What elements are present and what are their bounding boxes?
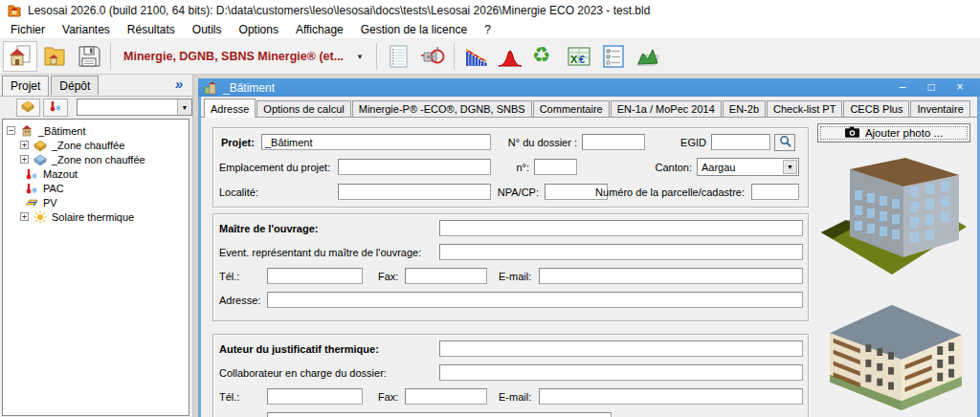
new-project-icon: [8, 44, 33, 69]
expand-box[interactable]: +: [20, 155, 29, 164]
app-icon: [7, 3, 22, 18]
open-project-button[interactable]: [37, 41, 72, 72]
building-photo-1[interactable]: [817, 144, 970, 288]
tab-minergie-p-eco-dgnb-snbs[interactable]: Minergie-P® -ECO®, DGNB, SNBS: [352, 100, 532, 117]
chevron-down-icon[interactable]: ▼: [177, 99, 191, 115]
system-scheme-icon: [420, 44, 445, 69]
tree-item-solaire-thermique[interactable]: +Solaire thermique: [3, 209, 189, 224]
sidebar-collapse-button[interactable]: »: [169, 77, 189, 92]
parcelle-input[interactable]: [751, 184, 799, 200]
menu-help[interactable]: ?: [476, 21, 500, 38]
owner-tel-input[interactable]: [267, 268, 363, 284]
author-collaborator-input[interactable]: [439, 364, 803, 381]
results-histogram-button[interactable]: [458, 41, 493, 72]
checklist-icon: [601, 44, 626, 69]
expand-box[interactable]: +: [20, 141, 29, 149]
svg-text:X: X: [570, 54, 578, 65]
localite-input[interactable]: [338, 184, 491, 200]
tab-inventaire[interactable]: Inventaire: [910, 100, 969, 117]
report-button[interactable]: [381, 41, 415, 72]
chart-3d-button[interactable]: [631, 41, 665, 72]
tree-item-pv[interactable]: PV: [3, 195, 189, 209]
distribution-curve-button[interactable]: [493, 41, 527, 72]
author-email-label: E-mail:: [499, 391, 531, 403]
toolbar-separator: [376, 43, 377, 70]
heat-producer-icon: [25, 182, 38, 195]
menu-gestion-de-la-licence[interactable]: Gestion de la licence: [352, 21, 476, 38]
project-tree: −_Bâtiment+_Zone chauffée+_Zone non chau…: [2, 119, 189, 416]
tab-en-1a-mopec-2014[interactable]: EN-1a / MoPec 2014: [611, 100, 722, 117]
canton-label: Canton:: [625, 162, 692, 173]
projet-input[interactable]: [261, 134, 491, 150]
no-input[interactable]: [534, 159, 577, 175]
chart-3d-icon: [635, 44, 660, 69]
owner-email-label: E-mail:: [499, 271, 531, 282]
toolbar-separator: [110, 43, 111, 70]
dossier-label: N° du dossier :: [494, 137, 577, 148]
minimize-button[interactable]: –: [888, 78, 917, 97]
excel-export-button[interactable]: X€: [562, 41, 596, 72]
tab-options-de-calcul[interactable]: Options de calcul: [256, 100, 350, 117]
no-label: n°:: [491, 162, 529, 173]
menu-options[interactable]: Options: [231, 21, 287, 38]
tab-cecb-plus[interactable]: CECB Plus: [843, 100, 909, 117]
canton-select[interactable]: Aargau ▼: [697, 158, 799, 176]
owner-representative-input[interactable]: [439, 244, 803, 260]
tab-adresse[interactable]: Adresse: [204, 99, 256, 118]
certification-dropdown[interactable]: Minergie, DGNB, SBNS Minergie® (et...▼: [115, 50, 372, 63]
menu-variantes[interactable]: Variantes: [54, 21, 119, 38]
tab-check-list-pt[interactable]: Check-list PT: [767, 100, 842, 117]
menu-outils[interactable]: Outils: [184, 21, 231, 38]
dossier-input[interactable]: [582, 134, 645, 150]
emplacement-input[interactable]: [338, 159, 491, 175]
menu-resultats[interactable]: Résultats: [119, 21, 184, 38]
collapse-box[interactable]: −: [7, 126, 15, 135]
menu-fichier[interactable]: Fichier: [2, 21, 54, 38]
npa-label: NPA/CP:: [486, 187, 539, 198]
show-zones-button[interactable]: [16, 99, 40, 117]
owner-email-input[interactable]: [539, 268, 803, 284]
menu-affichage[interactable]: Affichage: [287, 21, 352, 38]
title-bar: Lesosai 2026.0 (build 2100, 64 bits): D:…: [0, 0, 980, 20]
bell-curve-icon: [498, 44, 523, 69]
show-producers-button[interactable]: [43, 99, 67, 117]
add-photo-button[interactable]: Ajouter photo ...: [817, 123, 970, 143]
tree-item-mazout[interactable]: Mazout: [3, 166, 189, 181]
expand-box[interactable]: +: [20, 212, 29, 221]
egid-input[interactable]: [711, 134, 770, 150]
sidebar-filter-combo[interactable]: ▼: [77, 99, 192, 116]
tab-commentaire[interactable]: Commentaire: [533, 100, 610, 117]
tree-item-pac[interactable]: PAC: [3, 181, 189, 195]
system-scheme-button[interactable]: [415, 41, 450, 72]
author-fax-input[interactable]: [405, 388, 487, 405]
zone-icon: [21, 99, 34, 116]
building-photo-2[interactable]: [817, 294, 970, 416]
close-button[interactable]: ×: [946, 78, 974, 97]
owner-adresse-input[interactable]: [267, 292, 803, 308]
tree-item-batiment[interactable]: −_Bâtiment: [3, 123, 189, 138]
tree-item-zone-non-chauffee[interactable]: +_Zone non chauffée: [3, 152, 189, 166]
sidebar-tab-depot[interactable]: Dépôt: [51, 76, 99, 95]
owner-input[interactable]: [439, 220, 803, 236]
egid-search-button[interactable]: [774, 134, 795, 151]
sidebar-tab-projet[interactable]: Projet: [2, 76, 49, 96]
save-button[interactable]: [72, 41, 106, 72]
author-adresse-input[interactable]: [267, 412, 612, 417]
owner-tel-label: Tél.:: [219, 271, 239, 282]
checklist-button[interactable]: [596, 41, 631, 72]
tab-en-2b[interactable]: EN-2b: [723, 100, 766, 117]
owner-fax-input[interactable]: [405, 268, 487, 284]
owner-fax-label: Fax:: [378, 271, 398, 282]
tree-item-zone-chauffee[interactable]: +_Zone chauffée: [3, 138, 189, 152]
histogram-icon: [463, 44, 488, 69]
maximize-button[interactable]: □: [917, 78, 946, 97]
author-tel-input[interactable]: [267, 388, 363, 405]
author-input[interactable]: [439, 340, 803, 357]
author-email-input[interactable]: [539, 388, 803, 405]
window-title: Lesosai 2026.0 (build 2100, 64 bits): D:…: [28, 4, 650, 17]
toolbar: Minergie, DGNB, SBNS Minergie® (et...▼♻X…: [0, 39, 980, 75]
sidebar-filter-input[interactable]: [78, 100, 178, 114]
eco-lifecycle-button[interactable]: ♻: [527, 41, 562, 72]
parcelle-label: Numéro de la parcelle/cadastre:: [582, 187, 745, 198]
new-project-button[interactable]: [3, 41, 37, 72]
